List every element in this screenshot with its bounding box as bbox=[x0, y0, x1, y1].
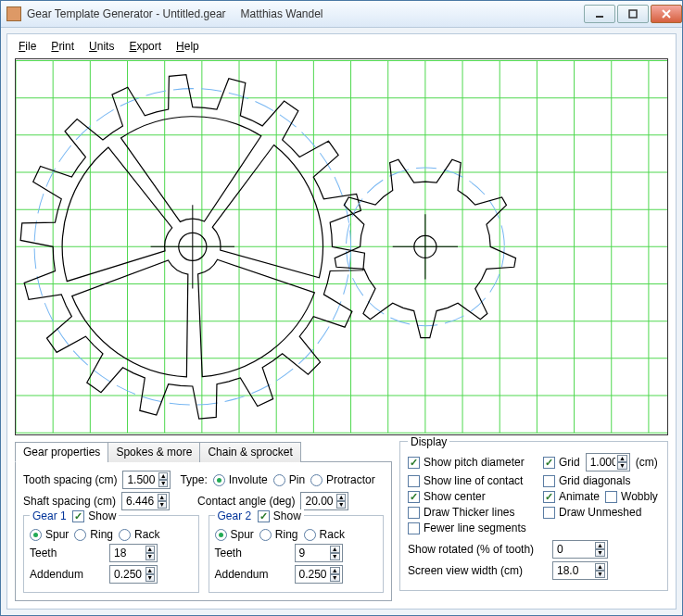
client-area: File Print Units Export Help bbox=[6, 33, 677, 610]
gear2-group: Gear 2 Show Spur Ring Rack Teeth▲▼ Adden… bbox=[209, 515, 385, 593]
gear1-spur-radio[interactable]: Spur bbox=[30, 528, 69, 541]
gear2-rack-radio[interactable]: Rack bbox=[304, 528, 345, 541]
menu-export[interactable]: Export bbox=[129, 40, 161, 53]
type-pin-radio[interactable]: Pin bbox=[273, 473, 305, 486]
wobbly-check[interactable]: Wobbly bbox=[605, 490, 658, 503]
app-icon bbox=[6, 6, 21, 21]
show-center-check[interactable]: Show center bbox=[408, 490, 538, 503]
tooth-spacing-label: Tooth spacing (cm) bbox=[23, 473, 117, 486]
grid bbox=[16, 61, 667, 434]
left-panel: Gear properties Spokes & more Chain & sp… bbox=[15, 441, 392, 601]
display-panel: Display Show pitch diameter Grid▲▼(cm) S… bbox=[399, 441, 668, 601]
svg-rect-1 bbox=[629, 10, 637, 18]
gear1-teeth-input[interactable]: ▲▼ bbox=[109, 544, 158, 562]
gear2-show-check[interactable]: Show bbox=[258, 509, 301, 522]
gear2-addendum-input[interactable]: ▲▼ bbox=[295, 565, 343, 584]
maximize-button[interactable] bbox=[617, 5, 649, 23]
grid-diagonals-check[interactable]: Grid diagonals bbox=[543, 474, 660, 487]
window-author: Matthias Wandel bbox=[241, 7, 323, 20]
tab-spokes[interactable]: Spokes & more bbox=[108, 442, 200, 462]
gear-svg bbox=[16, 59, 667, 434]
fewer-segments-check[interactable]: Fewer line segments bbox=[408, 522, 538, 534]
tab-gear-properties[interactable]: Gear properties bbox=[15, 442, 108, 462]
gear1-show-check[interactable]: Show bbox=[72, 509, 116, 522]
show-contact-check[interactable]: Show line of contact bbox=[408, 474, 538, 487]
gear1-addendum-input[interactable]: ▲▼ bbox=[109, 565, 158, 584]
shaft-spacing-label: Shaft spacing (cm) bbox=[23, 495, 116, 508]
view-width-input[interactable]: ▲▼ bbox=[552, 561, 608, 580]
thicker-check[interactable]: Draw Thicker lines bbox=[408, 506, 538, 519]
type-label: Type: bbox=[180, 473, 207, 486]
menu-print[interactable]: Print bbox=[51, 40, 74, 53]
gear2-ring-radio[interactable]: Ring bbox=[259, 528, 298, 541]
tooth-spacing-input[interactable]: ▲▼ bbox=[122, 471, 171, 489]
tab-chain[interactable]: Chain & sprocket bbox=[199, 442, 300, 462]
type-involute-radio[interactable]: Involute bbox=[213, 473, 268, 486]
rotated-input[interactable]: ▲▼ bbox=[552, 540, 608, 559]
animate-check[interactable]: Animate bbox=[543, 490, 600, 503]
tab-content: Tooth spacing (cm) ▲▼ Type: Involute Pin… bbox=[15, 461, 392, 601]
menu-units[interactable]: Units bbox=[89, 40, 114, 53]
tabstrip: Gear properties Spokes & more Chain & sp… bbox=[15, 441, 392, 461]
type-protractor-radio[interactable]: Protractor bbox=[310, 473, 375, 486]
gear1-group: Gear 1 Show Spur Ring Rack Teeth▲▼ Adden… bbox=[23, 515, 199, 593]
app-window: Gear Template Generator - Untitled.gear … bbox=[0, 0, 683, 616]
menu-help[interactable]: Help bbox=[176, 40, 199, 53]
window-title: Gear Template Generator - Untitled.gear bbox=[27, 7, 226, 20]
gear1-ring-radio[interactable]: Ring bbox=[74, 528, 113, 541]
display-legend: Display bbox=[408, 435, 449, 448]
contact-angle-label: Contact angle (deg) bbox=[197, 495, 295, 508]
gear-canvas[interactable] bbox=[15, 58, 668, 435]
unmeshed-check[interactable]: Draw Unmeshed bbox=[543, 506, 660, 519]
shaft-spacing-input[interactable]: ▲▼ bbox=[121, 492, 170, 510]
minimize-button[interactable] bbox=[584, 5, 615, 23]
menu-file[interactable]: File bbox=[19, 40, 36, 53]
contact-angle-input[interactable]: ▲▼ bbox=[300, 492, 348, 510]
gear2-spur-radio[interactable]: Spur bbox=[215, 528, 254, 541]
gear2-teeth-input[interactable]: ▲▼ bbox=[295, 544, 343, 562]
bottom-panels: Gear properties Spokes & more Chain & sp… bbox=[15, 441, 668, 601]
gear1-rack-radio[interactable]: Rack bbox=[119, 528, 159, 541]
show-pitch-check[interactable]: Show pitch diameter bbox=[408, 456, 538, 469]
titlebar: Gear Template Generator - Untitled.gear … bbox=[1, 1, 682, 28]
window-controls bbox=[582, 5, 682, 23]
menubar: File Print Units Export Help bbox=[15, 38, 668, 58]
grid-check[interactable]: Grid bbox=[543, 456, 580, 469]
close-button[interactable] bbox=[651, 5, 682, 23]
grid-size-input[interactable]: ▲▼ bbox=[586, 453, 630, 471]
